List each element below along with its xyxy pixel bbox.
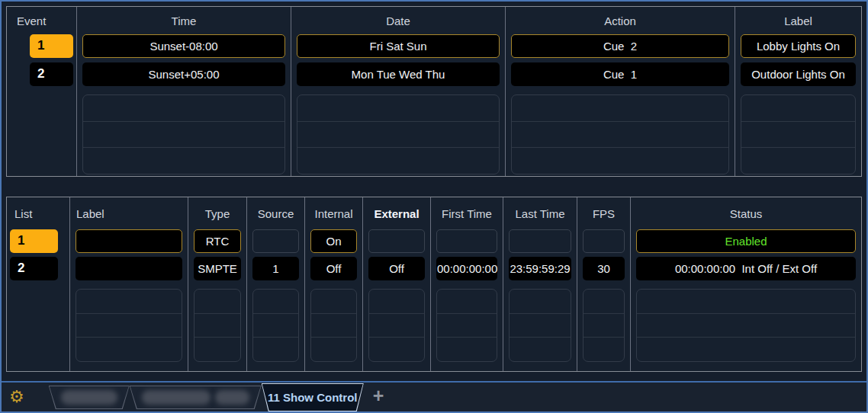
event-column-header: Event xyxy=(7,7,76,34)
first-time-column: First Time 00:00:00:00 xyxy=(430,197,503,371)
date-column-header: Date xyxy=(291,7,505,34)
event-2-label-cell[interactable]: Outdoor Lights On xyxy=(741,62,856,86)
fps-column: FPS 30 xyxy=(577,197,630,371)
list-2-internal-cell[interactable]: Off xyxy=(310,257,357,280)
last-time-column-header: Last Time xyxy=(503,197,577,229)
event-table: Event 1 2 Time Sunset-08:00 Sunset+05:00… xyxy=(6,6,862,177)
date-empty-rows[interactable] xyxy=(297,94,500,174)
first-time-empty-rows[interactable] xyxy=(436,289,497,362)
action-column: Action Cue 2 Cue 1 xyxy=(505,7,735,176)
list-2-label-cell[interactable] xyxy=(76,257,182,280)
time-column: Time Sunset-08:00 Sunset+05:00 xyxy=(76,7,291,176)
list-1-internal-cell[interactable]: On xyxy=(310,229,357,253)
show-control-window: Event 1 2 Time Sunset-08:00 Sunset+05:00… xyxy=(0,0,868,413)
list-1-fps-cell[interactable] xyxy=(583,229,625,253)
type-empty-rows[interactable] xyxy=(194,289,241,362)
event-column: Event 1 2 xyxy=(7,7,76,176)
list-2-external-cell[interactable]: Off xyxy=(368,257,425,280)
event-2-action-cell[interactable]: Cue 1 xyxy=(511,62,729,86)
gear-icon[interactable]: ⚙ xyxy=(9,389,24,405)
internal-column: Internal On Off xyxy=(304,197,362,371)
list-2-source-cell[interactable]: 1 xyxy=(252,257,299,280)
event-1-label-cell[interactable]: Lobby Lights On xyxy=(741,34,856,58)
add-tab-button[interactable]: + xyxy=(373,386,384,405)
internal-empty-rows[interactable] xyxy=(310,289,357,362)
action-column-header: Action xyxy=(506,7,735,34)
list-2-fps-cell[interactable]: 30 xyxy=(583,257,625,280)
list-2-first-time-cell[interactable]: 00:00:00:00 xyxy=(436,257,497,280)
event-label-empty-rows[interactable] xyxy=(741,94,856,174)
timecode-list-table: List 1 2 Label Type RTC SMPTE Source 1 I… xyxy=(6,197,862,372)
list-2-type-cell[interactable]: SMPTE xyxy=(194,257,241,280)
action-empty-rows[interactable] xyxy=(511,94,729,174)
type-column-header: Type xyxy=(188,197,246,229)
list-2-status-cell[interactable]: 00:00:00:00 Int Off / Ext Off xyxy=(636,257,856,280)
fps-column-header: FPS xyxy=(577,197,630,229)
event-label-column: Label Lobby Lights On Outdoor Lights On xyxy=(735,7,861,176)
list-1-source-cell[interactable] xyxy=(252,229,299,253)
tab-show-control[interactable]: 11 Show Control xyxy=(262,383,364,411)
time-empty-rows[interactable] xyxy=(82,94,285,174)
tab-bar: ⚙ 11 Show Control + xyxy=(2,381,866,411)
type-column: Type RTC SMPTE xyxy=(188,197,246,371)
list-2-last-time-cell[interactable]: 23:59:59:29 xyxy=(509,257,571,280)
source-column-header: Source xyxy=(247,197,304,229)
time-column-header: Time xyxy=(77,7,291,34)
list-1-external-cell[interactable] xyxy=(368,229,425,253)
list-label-column: Label xyxy=(69,197,188,371)
event-row-number-1[interactable]: 1 xyxy=(30,34,73,58)
fps-empty-rows[interactable] xyxy=(583,289,625,362)
internal-column-header: Internal xyxy=(305,197,362,229)
first-time-column-header: First Time xyxy=(431,197,503,229)
list-1-status-cell[interactable]: Enabled xyxy=(636,229,856,253)
tab-redacted-2[interactable] xyxy=(130,386,262,409)
redacted-tab-label xyxy=(142,390,211,405)
date-column: Date Fri Sat Sun Mon Tue Wed Thu xyxy=(291,7,505,176)
list-1-label-cell[interactable] xyxy=(76,229,182,253)
external-column: External Off xyxy=(362,197,430,371)
list-label-empty-rows[interactable] xyxy=(76,289,182,362)
list-1-type-cell[interactable]: RTC xyxy=(194,229,241,253)
list-column: List 1 2 xyxy=(7,197,69,371)
list-row-number-2[interactable]: 2 xyxy=(10,257,58,280)
external-column-header: External xyxy=(363,197,430,229)
event-label-column-header: Label xyxy=(735,7,861,34)
last-time-empty-rows[interactable] xyxy=(509,289,571,362)
source-empty-rows[interactable] xyxy=(252,289,299,362)
tab-redacted-1[interactable] xyxy=(49,386,130,409)
event-2-date-cell[interactable]: Mon Tue Wed Thu xyxy=(297,62,500,86)
list-column-header: List xyxy=(7,197,69,229)
last-time-column: Last Time 23:59:59:29 xyxy=(503,197,577,371)
status-column: Status Enabled 00:00:00:00 Int Off / Ext… xyxy=(630,197,861,371)
active-tab-label: 11 Show Control xyxy=(268,391,358,404)
event-1-time-cell[interactable]: Sunset-08:00 xyxy=(82,34,285,58)
event-1-date-cell[interactable]: Fri Sat Sun xyxy=(297,34,500,58)
event-1-action-cell[interactable]: Cue 2 xyxy=(511,34,729,58)
source-column: Source 1 xyxy=(246,197,304,371)
status-column-header: Status xyxy=(631,197,861,229)
status-empty-rows[interactable] xyxy=(636,289,856,362)
redacted-tab-label xyxy=(61,390,117,405)
list-row-number-1[interactable]: 1 xyxy=(10,229,58,253)
external-empty-rows[interactable] xyxy=(368,289,425,362)
list-1-first-time-cell[interactable] xyxy=(436,229,497,253)
list-1-last-time-cell[interactable] xyxy=(509,229,571,253)
event-2-time-cell[interactable]: Sunset+05:00 xyxy=(82,62,285,86)
event-row-number-2[interactable]: 2 xyxy=(30,62,73,86)
redacted-tab-label xyxy=(215,390,249,405)
list-label-column-header: Label xyxy=(70,197,188,229)
